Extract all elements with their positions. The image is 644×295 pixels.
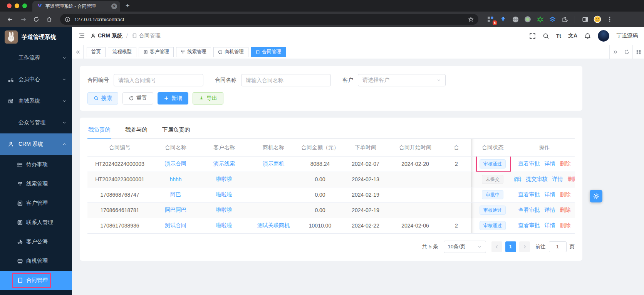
extension-green-dot-icon[interactable] — [524, 15, 532, 23]
tags-layout-grid-icon[interactable] — [632, 45, 644, 59]
app-logo[interactable]: 芋道管理系统 — [0, 27, 72, 47]
fullscreen-icon[interactable] — [529, 33, 536, 39]
cell-customer-link[interactable]: 啦啦啦 — [216, 207, 232, 213]
tag-tab-3[interactable]: 线索管理 — [176, 47, 211, 57]
prev-page-button[interactable] — [491, 241, 502, 252]
sidebar-item-4[interactable]: CRM 系统 — [0, 133, 72, 155]
action-delete[interactable]: 删除 — [560, 160, 571, 167]
list-tab-2[interactable]: 下属负责的 — [161, 125, 191, 138]
back-icon[interactable] — [5, 14, 15, 25]
list-tab-1[interactable]: 我参与的 — [124, 125, 148, 138]
browser-tab[interactable]: 芋道管理系统 - 合同管理 × — [32, 1, 120, 12]
sidebar-item-0[interactable]: 工作流程 — [0, 47, 72, 69]
action-link[interactable]: 详情 — [545, 222, 555, 229]
notification-bell-icon[interactable] — [584, 33, 591, 39]
action-link[interactable]: 详情 — [545, 207, 555, 214]
tag-tab-5[interactable]: 合同管理 — [251, 47, 286, 57]
sidebar-item-1[interactable]: 会员中心 — [0, 69, 72, 90]
action-link[interactable]: 查看审批 — [518, 160, 540, 167]
customer-select[interactable]: 请选择客户 — [358, 74, 446, 86]
close-window-button[interactable] — [7, 3, 12, 8]
toolbar-divider — [575, 16, 575, 23]
action-link[interactable]: 详情 — [545, 191, 555, 198]
home-icon[interactable] — [44, 14, 55, 25]
contract-name-input[interactable] — [241, 74, 331, 86]
sidebar-subitem-6[interactable]: 合同管理 — [0, 271, 72, 290]
translate-icon[interactable]: 文A — [568, 32, 577, 39]
contract-no-input[interactable] — [114, 74, 203, 86]
action-delete[interactable]: 删除 — [560, 207, 571, 214]
cell-contract-name-link[interactable]: hhhh — [169, 176, 181, 182]
settings-gear-button[interactable] — [590, 190, 602, 202]
tags-scroll-left-icon[interactable] — [72, 45, 84, 59]
cell-contract-name-link[interactable]: 演示合同 — [165, 160, 186, 167]
new-tab-button[interactable]: + — [126, 2, 130, 10]
cell-contract-name-link[interactable]: 阿巴 — [170, 191, 181, 197]
sidebar-item-2[interactable]: 商城系统 — [0, 90, 72, 112]
action-link[interactable]: 查看审批 — [518, 191, 540, 198]
minimize-window-button[interactable] — [15, 3, 19, 8]
url-bar[interactable]: 127.0.0.1/crm/contract — [60, 14, 478, 25]
next-page-button[interactable] — [519, 241, 530, 252]
profile-avatar-icon[interactable] — [594, 15, 601, 23]
reset-button[interactable]: 重置 — [122, 92, 153, 105]
current-page-button[interactable]: 1 — [505, 241, 516, 252]
extension-blocks-icon[interactable]: 6 — [487, 15, 495, 23]
extensions-puzzle-icon[interactable] — [561, 15, 569, 23]
font-size-icon[interactable]: Tt — [556, 33, 561, 39]
sidebar-subitem-2[interactable]: 客户管理 — [0, 194, 72, 213]
cell-business-link[interactable]: 演示商机 — [263, 160, 284, 167]
cell-customer-link[interactable]: 啦啦啦 — [216, 191, 232, 197]
tab-close-icon[interactable]: × — [111, 3, 117, 9]
extension-layers-icon[interactable] — [548, 15, 556, 23]
collapse-menu-icon[interactable] — [78, 32, 85, 39]
sidebar-subitem-3[interactable]: 联系人管理 — [0, 213, 72, 232]
add-button[interactable]: 新增 — [158, 92, 188, 105]
maximize-window-button[interactable] — [22, 3, 27, 8]
tags-refresh-icon[interactable] — [621, 45, 632, 59]
sidebar-subitem-1[interactable]: 线索管理 — [0, 174, 72, 194]
cell-customer-link[interactable]: 啦啦啦 — [216, 176, 232, 182]
list-tab-0[interactable]: 我负责的 — [87, 125, 111, 138]
bookmark-star-icon[interactable] — [468, 17, 474, 22]
action-link[interactable]: 提交审核 — [526, 176, 548, 183]
action-delete[interactable]: 删除 — [560, 191, 571, 198]
cell-business-link[interactable]: 测试关联商机 — [257, 222, 290, 228]
action-link[interactable]: 详情 — [552, 176, 563, 183]
username[interactable]: 芋道源码 — [616, 32, 638, 39]
export-button[interactable]: 导出 — [193, 92, 223, 105]
cell-customer-link[interactable]: 演示线索 — [213, 160, 235, 167]
action-link[interactable]: 查看审批 — [518, 207, 540, 214]
tag-tab-0[interactable]: 首页 — [87, 47, 106, 57]
tag-tab-4[interactable]: 商机管理 — [213, 47, 248, 57]
sidebar-subitem-0[interactable]: 待办事项 — [0, 155, 72, 174]
sidebar-subitem-4[interactable]: 客户公海 — [0, 232, 72, 251]
page-size-select[interactable]: 10条/页 — [444, 241, 486, 253]
action-link[interactable]: 详情 — [545, 160, 555, 167]
action-delete[interactable]: 删除 — [560, 222, 571, 229]
site-info-icon[interactable] — [65, 17, 70, 22]
goto-page-input[interactable] — [549, 241, 567, 252]
cell-contract-name-link[interactable]: 阿巴阿巴 — [165, 207, 186, 213]
extension-globe-icon[interactable] — [512, 15, 519, 23]
forward-icon[interactable] — [18, 14, 29, 25]
tag-tab-1[interactable]: 流程模型 — [108, 47, 136, 57]
extension-star-icon[interactable] — [536, 15, 544, 23]
browser-menu-icon[interactable] — [606, 15, 614, 23]
cell-contract-name-link[interactable]: 测试合同 — [165, 222, 186, 228]
side-panel-icon[interactable] — [581, 15, 589, 23]
user-avatar[interactable] — [598, 30, 609, 42]
search-icon[interactable] — [543, 33, 549, 39]
tags-scroll-right-icon[interactable] — [609, 45, 621, 59]
sidebar-subitem-5[interactable]: 商机管理 — [0, 251, 72, 271]
action-delete[interactable]: 删除 — [568, 176, 575, 183]
cell-customer-link[interactable]: 啦啦啦 — [216, 222, 232, 228]
action-link[interactable]: 编辑 — [514, 176, 522, 183]
breadcrumb-crm[interactable]: CRM 系统 — [91, 32, 122, 39]
reload-icon[interactable] — [31, 14, 42, 25]
sidebar-item-3[interactable]: 公众号管理 — [0, 112, 72, 133]
tag-tab-2[interactable]: 客户管理 — [139, 47, 174, 57]
search-button[interactable]: 搜索 — [87, 92, 118, 105]
action-link[interactable]: 查看审批 — [518, 222, 540, 229]
extension-kite-icon[interactable] — [499, 15, 507, 23]
